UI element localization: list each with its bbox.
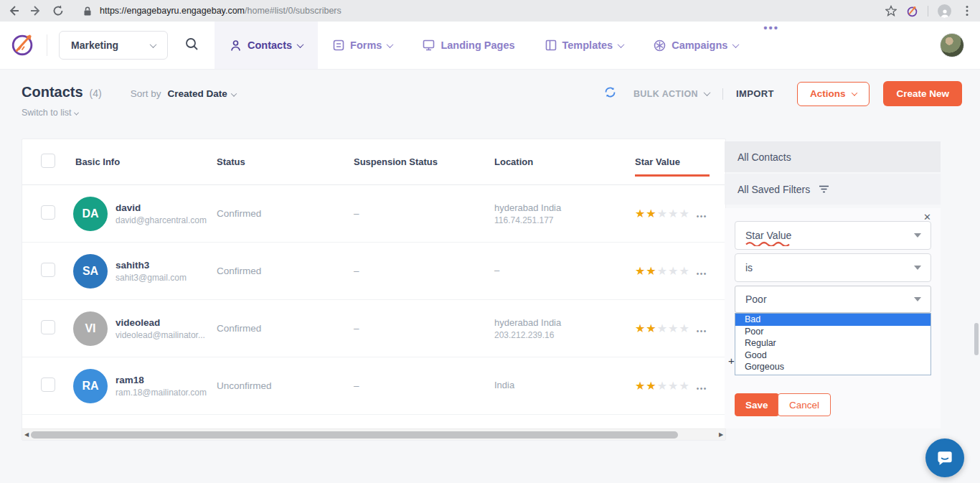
column-suspension-status[interactable]: Suspension Status <box>352 156 489 167</box>
cancel-button[interactable]: Cancel <box>778 393 831 416</box>
chevron-down-icon <box>297 41 304 48</box>
star-icon[interactable]: ★ <box>679 265 689 277</box>
extension-engagebay-icon[interactable] <box>906 5 918 17</box>
dropdown-option[interactable]: Good <box>735 350 930 362</box>
star-icon[interactable]: ★ <box>679 207 689 220</box>
dropdown-option[interactable]: Regular <box>735 337 930 350</box>
star-icon[interactable]: ★ <box>635 380 645 392</box>
star-icon[interactable]: ★ <box>668 322 678 334</box>
star-icon[interactable]: ★ <box>657 380 667 392</box>
star-icon[interactable]: ★ <box>635 207 645 220</box>
row-checkbox[interactable] <box>41 320 55 334</box>
scrollbar-thumb[interactable] <box>31 431 678 439</box>
table-row[interactable]: RA ram18 ram.18@mailinator.com Unconfirm… <box>22 357 725 415</box>
dropdown-option[interactable]: Bad <box>735 314 930 326</box>
nav-item-label: Templates <box>562 39 613 51</box>
all-contacts-item[interactable]: All Contacts <box>725 141 941 172</box>
all-saved-filters-item[interactable]: All Saved Filters <box>725 174 941 205</box>
scroll-left-icon[interactable]: ◀ <box>22 431 31 438</box>
row-checkbox[interactable] <box>41 205 55 220</box>
bulk-action-dropdown[interactable]: BULK ACTION <box>633 89 710 99</box>
filter-field-dropdown[interactable]: Star Value <box>735 221 931 250</box>
row-checkbox[interactable] <box>41 378 55 392</box>
user-avatar[interactable] <box>940 33 964 57</box>
star-icon[interactable]: ★ <box>646 265 656 277</box>
caret-down-icon <box>914 266 921 270</box>
browser-profile-icon[interactable] <box>938 4 951 18</box>
table-row[interactable]: SA sahith3 sahit3@gmail.com Confirmed – … <box>22 243 725 300</box>
browser-toolbar: https://engagebayru.engagebay.com/home#l… <box>0 0 980 22</box>
chevron-down-icon <box>704 89 711 96</box>
table-row[interactable]: VI videolead videolead@mailinator... Con… <box>22 300 725 357</box>
row-menu-icon[interactable]: ••• <box>697 264 707 278</box>
save-button[interactable]: Save <box>735 393 779 416</box>
import-button[interactable]: IMPORT <box>736 88 774 99</box>
product-switcher[interactable]: Marketing <box>59 31 168 60</box>
suspension-status: – <box>352 380 489 391</box>
star-icon[interactable]: ★ <box>635 322 645 334</box>
bookmark-star-icon[interactable] <box>885 5 897 17</box>
star-icon[interactable]: ★ <box>646 322 656 334</box>
refresh-icon[interactable] <box>604 86 616 101</box>
star-icon[interactable]: ★ <box>657 207 667 220</box>
row-checkbox[interactable] <box>41 263 55 277</box>
add-condition-icon[interactable]: + <box>728 355 735 367</box>
star-icon[interactable]: ★ <box>668 207 678 220</box>
column-location[interactable]: Location <box>489 156 628 167</box>
contact-name[interactable]: ram18 <box>116 375 207 385</box>
star-icon[interactable]: ★ <box>679 380 689 392</box>
star-icon[interactable]: ★ <box>657 265 667 277</box>
contact-name[interactable]: david <box>116 202 207 213</box>
row-menu-icon[interactable]: ••• <box>697 379 707 393</box>
nav-item-landing-pages[interactable]: Landing Pages <box>407 22 529 69</box>
star-icon[interactable]: ★ <box>668 265 678 277</box>
filter-operator-dropdown[interactable]: is <box>735 253 931 282</box>
column-star-value[interactable]: Star Value <box>635 156 710 177</box>
create-new-button[interactable]: Create New <box>883 81 962 106</box>
table-row[interactable]: DA david david@gharcentral.com Confirmed… <box>22 185 725 243</box>
engagebay-logo[interactable] <box>9 30 37 60</box>
star-icon[interactable]: ★ <box>635 265 645 277</box>
nav-item-campaigns[interactable]: Campaigns <box>639 22 753 69</box>
contact-avatar: RA <box>73 369 108 403</box>
scroll-right-icon[interactable]: ▶ <box>717 431 725 438</box>
browser-menu-icon[interactable] <box>961 5 973 17</box>
star-icon[interactable]: ★ <box>646 207 656 220</box>
star-rating: ★★★★★ <box>635 379 690 393</box>
contact-name[interactable]: sahith3 <box>116 260 187 271</box>
star-rating: ★★★★★ <box>635 322 690 335</box>
nav-item-contacts[interactable]: Contacts <box>215 22 318 69</box>
star-icon[interactable]: ★ <box>657 322 667 334</box>
nav-more-icon[interactable]: ••• <box>753 22 789 69</box>
main-content: Contacts (4) Sort by Created Date Switch… <box>0 70 980 483</box>
person-icon <box>230 39 242 52</box>
row-menu-icon[interactable]: ••• <box>697 322 707 335</box>
nav-item-templates[interactable]: Templates <box>530 22 639 69</box>
chevron-down-icon <box>732 41 740 48</box>
row-menu-icon[interactable]: ••• <box>697 207 707 220</box>
back-icon[interactable] <box>7 5 19 17</box>
contact-name[interactable]: videolead <box>116 317 205 328</box>
forward-icon[interactable] <box>29 5 42 17</box>
contact-avatar: DA <box>73 197 108 231</box>
address-bar[interactable]: https://engagebayru.engagebay.com/home#l… <box>74 2 875 19</box>
chat-launcher[interactable] <box>925 439 964 477</box>
dropdown-option[interactable]: Poor <box>735 326 930 338</box>
sort-value-dropdown[interactable]: Created Date <box>167 88 235 99</box>
star-icon[interactable]: ★ <box>646 380 656 392</box>
dropdown-option[interactable]: Gorgeous <box>735 361 930 373</box>
contact-email: ram.18@mailinator.com <box>116 388 207 398</box>
switch-to-list-dropdown[interactable]: Switch to list <box>22 108 78 118</box>
actions-button[interactable]: Actions <box>797 82 870 106</box>
column-status[interactable]: Status <box>216 156 352 167</box>
nav-item-forms[interactable]: Forms <box>318 22 407 69</box>
search-icon[interactable] <box>185 37 199 54</box>
reload-icon[interactable] <box>52 5 64 17</box>
select-all-checkbox[interactable] <box>41 154 55 168</box>
column-basic-info[interactable]: Basic Info <box>65 156 216 167</box>
filter-value-select[interactable]: Poor <box>735 286 931 313</box>
contact-location: – <box>494 265 628 276</box>
star-icon[interactable]: ★ <box>679 322 689 334</box>
star-icon[interactable]: ★ <box>668 380 678 392</box>
vertical-scrollbar-thumb[interactable] <box>974 323 979 355</box>
